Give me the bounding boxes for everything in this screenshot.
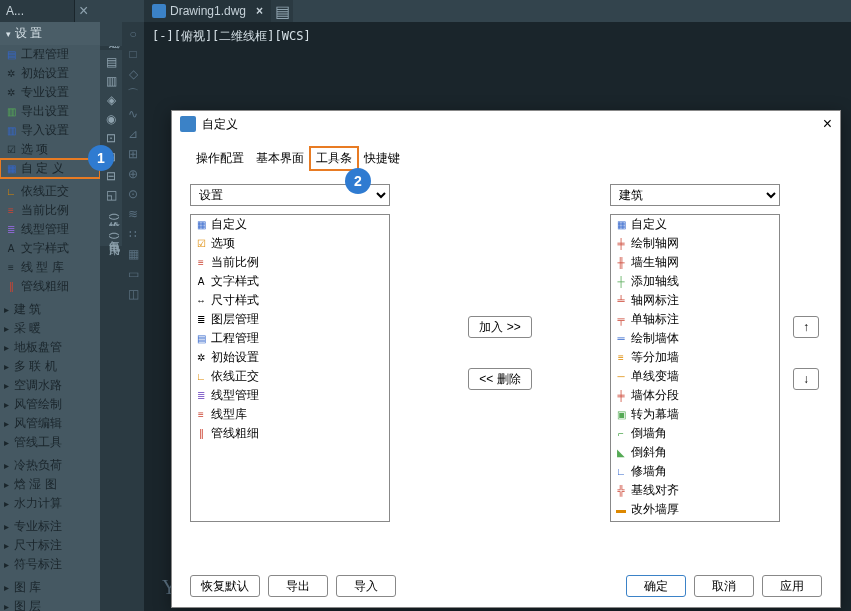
toolbar-icon-button[interactable]: ⊙ — [125, 186, 141, 202]
toolbar-icon-button[interactable]: ◫ — [125, 286, 141, 302]
toolbar-icon-button[interactable]: ◱ — [103, 187, 119, 203]
tree-item[interactable]: ▸图 库 — [0, 578, 100, 597]
left-listbox[interactable]: ▦自定义☑选项≡当前比例A文字样式↔尺寸样式≣图层管理▤工程管理✲初始设置∟依线… — [190, 214, 390, 522]
vtoolbar-a-label[interactable]: 建筑 — [100, 22, 122, 34]
list-item[interactable]: ▤工程管理 — [191, 329, 389, 348]
list-item[interactable]: ▬改外墙厚 — [611, 500, 779, 519]
list-item[interactable]: ╪墙体分段 — [611, 386, 779, 405]
tree-item[interactable]: A文字样式 — [0, 239, 100, 258]
toolbar-icon-button[interactable]: □ — [125, 46, 141, 62]
tree-item[interactable]: ≡线 型 库 — [0, 258, 100, 277]
toolbar-icon-button[interactable]: ◉ — [103, 111, 119, 127]
list-item[interactable]: ≡线型库 — [191, 405, 389, 424]
file-tab-current[interactable]: Drawing1.dwg × — [144, 0, 271, 22]
ok-button[interactable]: 确定 — [626, 575, 686, 597]
toolbar-icon-button[interactable]: ▤ — [103, 54, 119, 70]
toolbar-icon-button[interactable]: ◇ — [125, 66, 141, 82]
list-item[interactable]: ▣转为幕墙 — [611, 405, 779, 424]
add-button[interactable]: 加入 >> — [468, 316, 531, 338]
dialog-tab[interactable]: 工具条 — [310, 147, 358, 170]
tree-item[interactable]: ▸多 联 机 — [0, 357, 100, 376]
toolbar-icon-button[interactable]: ∷ — [125, 226, 141, 242]
tree-item[interactable]: ✲专业设置 — [0, 83, 100, 102]
apply-button[interactable]: 应用 — [762, 575, 822, 597]
list-item[interactable]: ✲初始设置 — [191, 348, 389, 367]
toolbar-icon-button[interactable]: ⊡ — [103, 130, 119, 146]
tree-item[interactable]: ▸建 筑 — [0, 300, 100, 319]
tree-item[interactable]: ▤工程管理 — [0, 45, 100, 64]
cancel-button[interactable]: 取消 — [694, 575, 754, 597]
list-item[interactable]: ≣图层管理 — [191, 310, 389, 329]
list-item[interactable]: ═绘制墙体 — [611, 329, 779, 348]
panel-close-icon[interactable]: × — [75, 0, 89, 22]
tree-item[interactable]: ▦自 定 义 — [0, 159, 100, 178]
tree-item[interactable]: ▸焓 湿 图 — [0, 475, 100, 494]
list-item[interactable]: ↕改高度 — [611, 519, 779, 522]
move-up-button[interactable]: ↑ — [793, 316, 819, 338]
import-button[interactable]: 导入 — [336, 575, 396, 597]
list-item[interactable]: ▦自定义 — [191, 215, 389, 234]
list-item[interactable]: ∟修墙角 — [611, 462, 779, 481]
list-item[interactable]: ─单线变墙 — [611, 367, 779, 386]
tree-item[interactable]: ▸风管编辑 — [0, 414, 100, 433]
list-item[interactable]: ╬基线对齐 — [611, 481, 779, 500]
tree-item[interactable]: ☑选 项 — [0, 140, 100, 159]
list-item[interactable]: ┼添加轴线 — [611, 272, 779, 291]
tree-item[interactable]: ▸符号标注 — [0, 555, 100, 574]
list-item[interactable]: ◣倒斜角 — [611, 443, 779, 462]
tree-item[interactable]: ▸地板盘管 — [0, 338, 100, 357]
tree-item[interactable]: ▥导入设置 — [0, 121, 100, 140]
right-combo[interactable]: 建筑 — [610, 184, 780, 206]
dialog-tab[interactable]: 基本界面 — [250, 147, 310, 170]
toolbar-icon-button[interactable]: ▭ — [125, 266, 141, 282]
settings-dropdown[interactable]: ▾ 设 置 — [0, 22, 100, 45]
toolbar-icon-button[interactable]: ▥ — [103, 73, 119, 89]
list-item[interactable]: ╧轴网标注 — [611, 291, 779, 310]
list-item[interactable]: ∟依线正交 — [191, 367, 389, 386]
list-item[interactable]: ≣线型管理 — [191, 386, 389, 405]
vtoolbar-b-label[interactable]: 渲 — [100, 34, 122, 46]
list-item[interactable]: ╤单轴标注 — [611, 310, 779, 329]
tree-item[interactable]: ▸冷热负荷 — [0, 456, 100, 475]
list-item[interactable]: ‖管线粗细 — [191, 424, 389, 443]
tree-item[interactable]: ▸专业标注 — [0, 517, 100, 536]
list-item[interactable]: ↔尺寸样式 — [191, 291, 389, 310]
list-item[interactable]: ╫墙生轴网 — [611, 253, 779, 272]
list-item[interactable]: A文字样式 — [191, 272, 389, 291]
tree-item[interactable]: ✲初始设置 — [0, 64, 100, 83]
delete-button[interactable]: << 删除 — [468, 368, 531, 390]
list-item[interactable]: ≡等分加墙 — [611, 348, 779, 367]
tree-item[interactable]: ≣线型管理 — [0, 220, 100, 239]
list-item[interactable]: ☑选项 — [191, 234, 389, 253]
tree-item[interactable]: ≡当前比例 — [0, 201, 100, 220]
tree-item[interactable]: ▸采 暖 — [0, 319, 100, 338]
restore-defaults-button[interactable]: 恢复默认 — [190, 575, 260, 597]
tree-item[interactable]: ‖管线粗细 — [0, 277, 100, 296]
dialog-tab[interactable]: 快捷键 — [358, 147, 406, 170]
vtoolbar-c-label[interactable]: 给排水(室内) — [100, 207, 122, 226]
file-tab-close-icon[interactable]: × — [256, 4, 263, 18]
vtoolbar-d-label[interactable]: 电气(民用) — [100, 226, 122, 245]
toolbar-icon-button[interactable]: ⊕ — [125, 166, 141, 182]
export-button[interactable]: 导出 — [268, 575, 328, 597]
tree-item[interactable]: ∟依线正交 — [0, 182, 100, 201]
tree-item[interactable]: ▸尺寸标注 — [0, 536, 100, 555]
toolbar-icon-button[interactable]: ◈ — [103, 92, 119, 108]
tree-item[interactable]: ▸风管绘制 — [0, 395, 100, 414]
dialog-tab[interactable]: 操作配置 — [190, 147, 250, 170]
move-down-button[interactable]: ↓ — [793, 368, 819, 390]
toolbar-icon-button[interactable]: ⊞ — [125, 146, 141, 162]
list-item[interactable]: ⌐倒墙角 — [611, 424, 779, 443]
tree-item[interactable]: ▸图 层 — [0, 597, 100, 611]
toolbar-icon-button[interactable]: ▦ — [125, 246, 141, 262]
toolbar-icon-button[interactable]: ⊿ — [125, 126, 141, 142]
toolbar-icon-button[interactable]: ≋ — [125, 206, 141, 222]
list-item[interactable]: ≡当前比例 — [191, 253, 389, 272]
toolbar-icon-button[interactable]: ⌒ — [125, 86, 141, 102]
toolbar-icon-button[interactable]: ○ — [125, 26, 141, 42]
tree-item[interactable]: ▥导出设置 — [0, 102, 100, 121]
tree-item[interactable]: ▸水力计算 — [0, 494, 100, 513]
toolbar-icon-button[interactable]: ⊟ — [103, 168, 119, 184]
tree-item[interactable]: ▸管线工具 — [0, 433, 100, 452]
toolbar-icon-button[interactable]: ∿ — [125, 106, 141, 122]
